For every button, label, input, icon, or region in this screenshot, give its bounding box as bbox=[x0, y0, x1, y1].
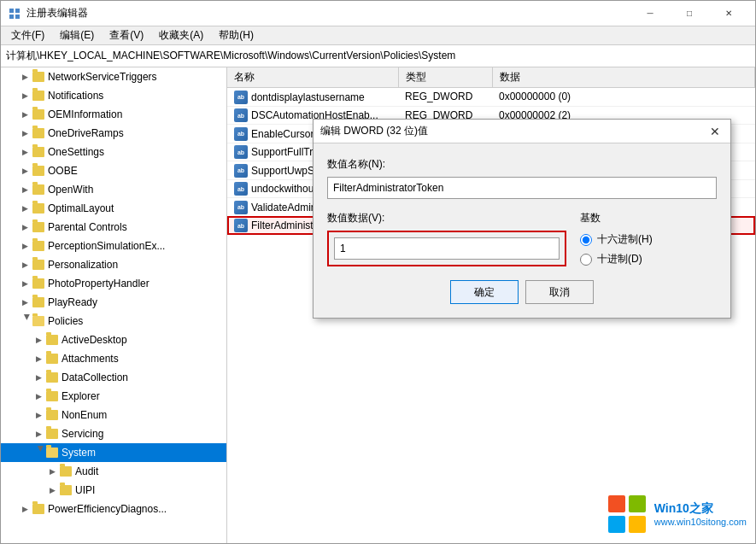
tree-item-explorer[interactable]: ▶ Explorer bbox=[1, 387, 226, 406]
dialog-buttons: 确定 取消 bbox=[327, 280, 717, 304]
tree-label: NetworkServiceTriggers bbox=[48, 71, 157, 83]
folder-icon bbox=[32, 295, 45, 309]
base-section: 基数 十六进制(H) 十进制(D) bbox=[580, 211, 717, 266]
tree-label: PhotoPropertyHandler bbox=[48, 278, 149, 290]
tree-item-notifications[interactable]: ▶ Notifications bbox=[1, 86, 226, 105]
radio-dec-label: 十进制(D) bbox=[597, 252, 642, 266]
expand-icon: ▶ bbox=[18, 314, 32, 328]
radio-dec-input[interactable] bbox=[580, 254, 592, 266]
radio-dec[interactable]: 十进制(D) bbox=[580, 252, 717, 266]
expand-icon: ▶ bbox=[18, 277, 32, 290]
values-panel[interactable]: 名称 类型 数据 abdontdisplaylastusernameREG_DW… bbox=[227, 67, 755, 543]
folder-icon bbox=[45, 408, 59, 422]
folder-icon bbox=[32, 314, 45, 328]
expand-icon: ▶ bbox=[18, 164, 32, 178]
expand-icon: ▶ bbox=[18, 258, 32, 272]
menu-edit[interactable]: 编辑(E) bbox=[53, 26, 101, 44]
tree-item-uipi[interactable]: ▶ UIPI bbox=[1, 481, 226, 500]
base-label: 基数 bbox=[580, 211, 717, 225]
value-input[interactable] bbox=[334, 237, 560, 260]
tree-item-audit[interactable]: ▶ Audit bbox=[1, 462, 226, 481]
table-row[interactable]: abdontdisplaylastusernameREG_DWORD0x0000… bbox=[227, 88, 755, 107]
svg-rect-6 bbox=[608, 516, 625, 533]
tree-item-oobe[interactable]: ▶ OOBE bbox=[1, 161, 226, 180]
close-button[interactable]: ✕ bbox=[709, 1, 748, 26]
folder-icon bbox=[32, 183, 45, 196]
registry-editor-window: 注册表编辑器 ─ □ ✕ 文件(F) 编辑(E) 查看(V) 收藏夹(A) 帮助… bbox=[0, 0, 756, 544]
svg-rect-1 bbox=[15, 9, 20, 13]
folder-icon bbox=[45, 352, 59, 366]
tree-item-activedesktop[interactable]: ▶ ActiveDesktop bbox=[1, 330, 226, 349]
tree-label: PerceptionSimulationEx... bbox=[48, 240, 165, 252]
menu-view[interactable]: 查看(V) bbox=[103, 26, 150, 44]
tree-item-openwith[interactable]: ▶ OpenWith bbox=[1, 180, 226, 199]
ok-button[interactable]: 确定 bbox=[450, 280, 519, 304]
tree-item-policies[interactable]: ▶ Policies bbox=[1, 312, 226, 330]
dialog-body: 数值名称(N): 数值数据(V): 基数 bbox=[314, 143, 730, 318]
tree-item-datacollection[interactable]: ▶ DataCollection bbox=[1, 368, 226, 387]
window-title: 注册表编辑器 bbox=[26, 6, 88, 20]
tree-item-personalization[interactable]: ▶ Personalization bbox=[1, 255, 226, 274]
cancel-button[interactable]: 取消 bbox=[525, 280, 594, 304]
folder-icon bbox=[32, 239, 45, 253]
app-icon bbox=[8, 7, 21, 20]
svg-rect-2 bbox=[9, 15, 14, 19]
tree-label: Policies bbox=[48, 315, 83, 327]
minimize-button[interactable]: ─ bbox=[630, 1, 670, 26]
tree-label: Personalization bbox=[48, 259, 118, 271]
menu-file[interactable]: 文件(F) bbox=[4, 26, 51, 44]
expand-icon: ▶ bbox=[18, 295, 32, 309]
radio-hex[interactable]: 十六进制(H) bbox=[580, 232, 717, 247]
folder-icon bbox=[32, 277, 45, 290]
menu-bar: 文件(F) 编辑(E) 查看(V) 收藏夹(A) 帮助(H) bbox=[1, 26, 755, 45]
tree-label: ActiveDesktop bbox=[62, 334, 127, 346]
expand-icon: ▶ bbox=[18, 239, 32, 253]
expand-icon: ▶ bbox=[32, 333, 45, 347]
main-content: ▶ NetworkServiceTriggers ▶ Notifications… bbox=[1, 67, 755, 543]
tree-item-optimallayout[interactable]: ▶ OptimalLayout bbox=[1, 199, 226, 218]
folder-icon bbox=[32, 258, 45, 272]
radio-hex-input[interactable] bbox=[580, 234, 592, 246]
col-data: 数据 bbox=[492, 67, 755, 88]
maximize-button[interactable]: □ bbox=[670, 1, 709, 26]
tree-item-attachments[interactable]: ▶ Attachments bbox=[1, 349, 226, 368]
tree-label: System bbox=[62, 447, 96, 459]
expand-icon: ▶ bbox=[45, 483, 59, 497]
tree-panel[interactable]: ▶ NetworkServiceTriggers ▶ Notifications… bbox=[1, 67, 227, 543]
name-input[interactable] bbox=[327, 177, 717, 199]
tree-item-photopropertyhandler[interactable]: ▶ PhotoPropertyHandler bbox=[1, 274, 226, 293]
cell-name: abdontdisplaylastusername bbox=[227, 88, 398, 107]
tree-item-playready[interactable]: ▶ PlayReady bbox=[1, 293, 226, 312]
tree-item-powerefficiency[interactable]: ▶ PowerEfficiencyDiagnos... bbox=[1, 500, 226, 518]
expand-icon: ▶ bbox=[45, 465, 59, 478]
expand-icon: ▶ bbox=[18, 220, 32, 234]
address-bar: 计算机\HKEY_LOCAL_MACHINE\SOFTWARE\Microsof… bbox=[1, 45, 755, 67]
tree-item-networkservicetriggers[interactable]: ▶ NetworkServiceTriggers bbox=[1, 67, 226, 86]
tree-item-onedriveramps[interactable]: ▶ OneDriveRamps bbox=[1, 124, 226, 143]
tree-label: OOBE bbox=[48, 165, 78, 177]
svg-rect-3 bbox=[15, 15, 20, 19]
value-section: 数值数据(V): bbox=[327, 211, 566, 266]
expand-icon: ▶ bbox=[18, 89, 32, 102]
tree-item-parentalcontrols[interactable]: ▶ Parental Controls bbox=[1, 218, 226, 237]
windows-logo bbox=[607, 494, 648, 535]
tree-item-nonenum[interactable]: ▶ NonEnum bbox=[1, 406, 226, 424]
tree-item-onesettings[interactable]: ▶ OneSettings bbox=[1, 143, 226, 161]
folder-icon bbox=[59, 465, 73, 478]
tree-item-oeminformation[interactable]: ▶ OEMInformation bbox=[1, 105, 226, 124]
folder-icon bbox=[45, 389, 59, 403]
expand-icon: ▶ bbox=[32, 389, 45, 403]
tree-label: Parental Controls bbox=[48, 221, 127, 233]
expand-icon: ▶ bbox=[32, 446, 45, 459]
folder-icon bbox=[32, 220, 45, 234]
tree-item-servicing[interactable]: ▶ Servicing bbox=[1, 424, 226, 443]
svg-rect-7 bbox=[629, 516, 646, 533]
expand-icon: ▶ bbox=[18, 70, 32, 84]
radio-hex-label: 十六进制(H) bbox=[597, 232, 653, 247]
dialog-close-button[interactable]: ✕ bbox=[706, 123, 724, 140]
menu-favorites[interactable]: 收藏夹(A) bbox=[152, 26, 210, 44]
tree-item-system[interactable]: ▶ System bbox=[1, 443, 226, 462]
tree-label: Audit bbox=[75, 465, 98, 477]
menu-help[interactable]: 帮助(H) bbox=[212, 26, 261, 44]
tree-item-perceptionsimulation[interactable]: ▶ PerceptionSimulationEx... bbox=[1, 237, 226, 255]
